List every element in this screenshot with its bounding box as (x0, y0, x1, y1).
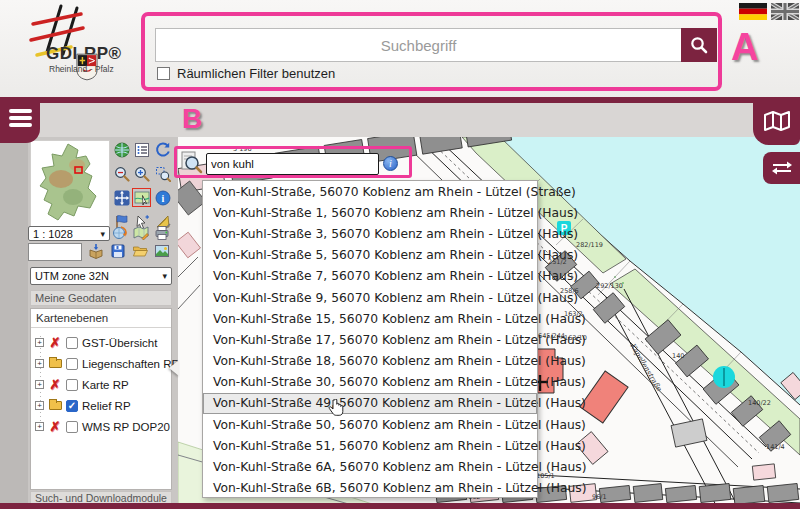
svg-text:96/1: 96/1 (592, 493, 607, 501)
edit-map-button[interactable] (132, 224, 149, 241)
layer-checkbox[interactable] (66, 400, 78, 412)
sidebar-collapse-handle[interactable] (169, 360, 179, 376)
zoom-back-button[interactable] (154, 141, 171, 158)
open-folder-button[interactable] (131, 242, 148, 259)
wmc-load-button[interactable] (111, 224, 128, 241)
map-panel-button[interactable] (753, 97, 800, 145)
load-session-button[interactable] (87, 242, 104, 259)
chevron-down-icon: ▾ (162, 271, 167, 281)
search-icon (689, 35, 709, 55)
layer-row: +Relief RP (31, 395, 171, 416)
expand-icon[interactable]: + (35, 359, 44, 368)
projection-value: UTM zone 32N (35, 270, 109, 282)
legend-icon (134, 142, 150, 158)
suggestion-item[interactable]: Von-Kuhl-Straße 17, 56070 Koblenz am Rhe… (203, 329, 537, 350)
pan-button[interactable] (113, 189, 130, 206)
logo-subtitle: Rheinland - Pfalz (49, 64, 114, 74)
folded-map-icon (764, 111, 790, 132)
export-image-button[interactable] (153, 242, 170, 259)
layer-checkbox[interactable] (66, 337, 78, 349)
suggestion-item[interactable]: Von-Kuhl-Straße 5, 56070 Koblenz am Rhei… (203, 245, 537, 266)
menu-button[interactable] (0, 97, 40, 143)
expand-icon[interactable]: + (35, 401, 44, 410)
layer-label[interactable]: WMS RP DOP20 (82, 421, 170, 433)
zoom-out-icon (114, 166, 130, 182)
suggestion-item[interactable]: Von-Kuhl-Straße 50, 56070 Koblenz am Rhe… (203, 414, 537, 435)
layers-panel-title: Kartenebenen (31, 309, 171, 328)
scale-select[interactable]: 1 : 1028 ▾ (28, 226, 110, 241)
red-x-icon: ✗ (48, 378, 62, 391)
footer-bar (0, 503, 800, 509)
address-search-input[interactable] (206, 153, 379, 175)
suggestion-item[interactable]: Von-Kuhl-Straße 3, 56070 Koblenz am Rhei… (203, 223, 537, 244)
svg-text:282/119: 282/119 (576, 241, 603, 249)
printer-icon (154, 225, 170, 241)
wmc-name-input[interactable] (28, 243, 82, 261)
search-button[interactable] (681, 28, 717, 62)
feature-info-tool-button[interactable] (133, 189, 150, 206)
layers-panel: Kartenebenen +✗GST-Übersicht+Liegenschaf… (30, 308, 172, 490)
layer-checkbox[interactable] (66, 421, 78, 433)
print-button[interactable] (153, 224, 170, 241)
layer-row: +✗Karte RP (31, 374, 171, 395)
suggestion-item[interactable]: Von-Kuhl-Straße 49, 56070 Koblenz am Rhe… (203, 393, 537, 414)
address-search-icon[interactable] (179, 150, 203, 174)
layer-tree: +✗GST-Übersicht+Liegenschaften RP+✗Karte… (31, 328, 171, 437)
uk-flag-icon[interactable] (771, 3, 799, 20)
svg-text:140: 140 (672, 352, 684, 360)
search-input[interactable] (155, 28, 682, 62)
zoom-out-button[interactable] (113, 165, 130, 182)
layer-label[interactable]: GST-Übersicht (82, 337, 157, 349)
spatial-filter-checkbox[interactable] (157, 67, 170, 80)
folder-icon (49, 401, 62, 410)
svg-text:i: i (161, 193, 164, 204)
annotation-b: B (182, 103, 202, 135)
box-arrow-icon (88, 243, 104, 259)
layer-label[interactable]: Liegenschaften RP (82, 358, 179, 370)
german-flag-icon[interactable] (739, 3, 767, 20)
header: GDI-RP® Rheinland - Pfalz Räumlichen Fil… (0, 0, 800, 97)
annotation-a: A (731, 26, 758, 69)
expand-icon[interactable]: + (35, 338, 44, 347)
suggestion-item[interactable]: Von-Kuhl-Straße 1, 56070 Koblenz am Rhei… (203, 202, 537, 223)
layer-row: +Liegenschaften RP (31, 353, 171, 374)
legend-button[interactable] (133, 141, 150, 158)
suggestion-list: Von-Kuhl-Straße, 56070 Koblenz am Rhein … (202, 180, 538, 498)
layer-label[interactable]: Relief RP (82, 400, 131, 412)
floppy-disk-icon (110, 243, 126, 259)
svg-text:292/130: 292/130 (596, 282, 623, 290)
my-geodata-bar[interactable]: Meine Geodaten (30, 290, 172, 306)
red-x-icon: ✗ (48, 336, 62, 349)
layer-row: +✗GST-Übersicht (31, 332, 171, 353)
map-pencil-icon (133, 225, 149, 241)
overview-map[interactable] (30, 140, 110, 227)
save-button[interactable] (109, 242, 126, 259)
layer-label[interactable]: Karte RP (82, 379, 129, 391)
suggestion-item[interactable]: Von-Kuhl-Straße 18, 56070 Koblenz am Rhe… (203, 351, 537, 372)
folder-icon (49, 359, 62, 368)
chevron-down-icon: ▾ (100, 229, 105, 239)
suggestion-item[interactable]: Von-Kuhl-Straße 6A, 56070 Koblenz am Rhe… (203, 456, 537, 477)
pan-arrows-icon (114, 190, 130, 206)
suggestion-item[interactable]: Von-Kuhl-Straße 9, 56070 Koblenz am Rhei… (203, 287, 537, 308)
suggestion-item[interactable]: Von-Kuhl-Straße 7, 56070 Koblenz am Rhei… (203, 266, 537, 287)
address-search-info-icon[interactable]: i (383, 156, 398, 171)
zoom-box-button[interactable] (154, 165, 171, 182)
full-extent-button[interactable] (113, 141, 130, 158)
suggestion-item[interactable]: Von-Kuhl-Straße 30, 56070 Koblenz am Rhe… (203, 372, 537, 393)
projection-select[interactable]: UTM zone 32N ▾ (30, 267, 172, 285)
suggestion-item[interactable]: Von-Kuhl-Straße 15, 56070 Koblenz am Rhe… (203, 308, 537, 329)
suggestion-item[interactable]: Von-Kuhl-Straße 6B, 56070 Koblenz am Rhe… (203, 478, 537, 499)
suggestion-item[interactable]: Von-Kuhl-Straße 51, 56070 Koblenz am Rhe… (203, 435, 537, 456)
zoom-in-icon (134, 166, 150, 182)
globe-icon (114, 142, 130, 158)
zoom-in-button[interactable] (133, 165, 150, 182)
menu-band (0, 103, 800, 137)
suggestion-item[interactable]: Von-Kuhl-Straße, 56070 Koblenz am Rhein … (203, 181, 537, 202)
layer-checkbox[interactable] (66, 358, 78, 370)
info-button[interactable]: i (154, 189, 171, 206)
expand-icon[interactable]: + (35, 422, 44, 431)
swap-layers-button[interactable] (763, 152, 800, 184)
expand-icon[interactable]: + (35, 380, 44, 389)
layer-checkbox[interactable] (66, 379, 78, 391)
